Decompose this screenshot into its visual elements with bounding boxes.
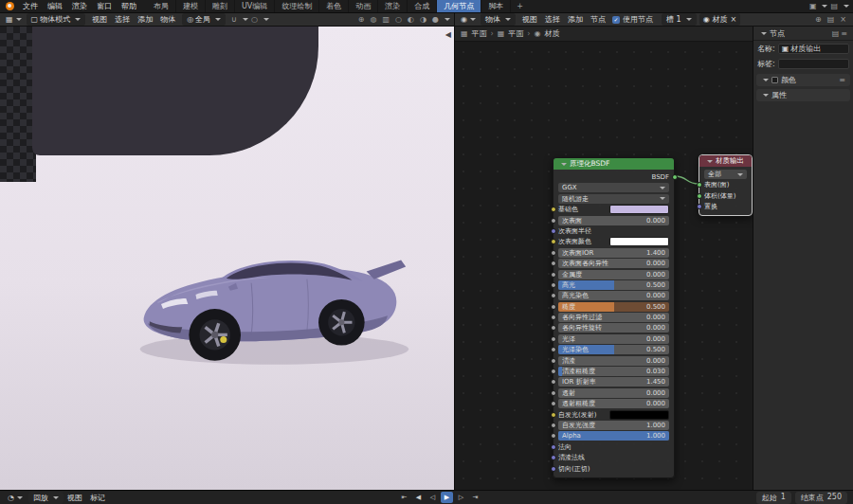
- ior-input-socket[interactable]: [551, 379, 556, 385]
- menubar-item[interactable]: 窗口: [92, 0, 117, 12]
- bsdf-distribution-dropdown[interactable]: GGX: [558, 183, 669, 192]
- use-nodes-checkbox[interactable]: ✓: [612, 16, 620, 24]
- menubar-item[interactable]: 渲染: [67, 0, 92, 12]
- breadcrumb-item[interactable]: 材质: [545, 28, 560, 39]
- bsdf-transmission-roughness-slider[interactable]: 透射粗糙度0.000: [558, 399, 669, 408]
- clearcoat-normal-input-socket[interactable]: [551, 455, 556, 460]
- viewport-3d[interactable]: ◀: [0, 27, 455, 490]
- viewport-menu-item[interactable]: 添加: [134, 14, 156, 25]
- tangent-input-socket[interactable]: [551, 466, 556, 472]
- bsdf-subsurface-method-dropdown[interactable]: 随机游走: [558, 194, 669, 204]
- bsdf-transmission-slider[interactable]: 透射0.000: [558, 388, 669, 398]
- specular-tint-input-socket[interactable]: [551, 293, 556, 298]
- color-presets-icon[interactable]: ≡: [838, 76, 846, 84]
- bsdf-emission-strength-slider[interactable]: 自发光强度1.000: [558, 421, 669, 430]
- subsurface-input-socket[interactable]: [551, 218, 556, 224]
- surface-input-socket[interactable]: [697, 182, 702, 188]
- bsdf-specular-slider[interactable]: 高光0.500: [558, 280, 669, 290]
- sheen-tint-input-socket[interactable]: [551, 347, 556, 352]
- workspace-tab[interactable]: 脚本: [481, 0, 511, 12]
- scene-icon[interactable]: ▣: [807, 2, 820, 10]
- bsdf-anisotropic-rotation-slider[interactable]: 各向异性旋转0.000: [558, 323, 669, 333]
- timeline-menu-item[interactable]: 视图: [64, 493, 86, 503]
- bsdf-roughness-slider[interactable]: 糙度0.500: [558, 302, 669, 312]
- shader-menu-item[interactable]: 选择: [541, 14, 564, 25]
- workspace-tab[interactable]: 建模: [176, 0, 206, 12]
- anisotropic-rotation-input-socket[interactable]: [551, 325, 556, 331]
- emission-input-socket[interactable]: [551, 412, 556, 418]
- metallic-input-socket[interactable]: [551, 272, 556, 278]
- shader-menu-item[interactable]: 节点: [587, 14, 609, 25]
- displacement-input-socket[interactable]: [697, 204, 702, 209]
- bsdf-clearcoat-roughness-slider[interactable]: 清漆粗糙度0.030: [558, 367, 669, 376]
- prev-keyframe-button[interactable]: ◀: [412, 492, 425, 503]
- frame-start-field[interactable]: 起始1: [756, 492, 791, 504]
- menubar-item[interactable]: 帮助: [117, 0, 141, 12]
- menu-icon[interactable]: ≡: [840, 29, 848, 38]
- output-target-dropdown[interactable]: 全部: [704, 170, 747, 179]
- workspace-tab[interactable]: 几何节点: [437, 0, 481, 12]
- workspace-tab[interactable]: 布局: [147, 0, 176, 12]
- transmission-roughness-input-socket[interactable]: [551, 401, 556, 406]
- bsdf-subsurface-anisotropy-slider[interactable]: 次表面各向异性0.000: [558, 259, 669, 268]
- bsdf-subsurface-slider[interactable]: 次表面0.000: [558, 216, 669, 225]
- subsurface-color-input-socket[interactable]: [551, 239, 556, 244]
- workspace-tab[interactable]: 合成: [408, 0, 437, 12]
- add-workspace-button[interactable]: +: [511, 2, 529, 10]
- shader-menu-item[interactable]: 视图: [518, 14, 541, 25]
- bsdf-alpha-slider[interactable]: Alpha1.000: [558, 431, 669, 441]
- alpha-input-socket[interactable]: [551, 433, 556, 439]
- node-name-field[interactable]: ▣材质输出: [778, 44, 849, 54]
- volume-input-socket[interactable]: [697, 193, 702, 199]
- shading-wireframe-icon[interactable]: ○: [392, 15, 405, 24]
- viewport-menu-item[interactable]: 选择: [111, 14, 134, 25]
- shading-rendered-icon[interactable]: ●: [429, 15, 442, 24]
- menubar-item[interactable]: 编辑: [43, 0, 67, 12]
- anisotropic-input-socket[interactable]: [551, 315, 556, 320]
- unlink-icon[interactable]: ×: [731, 15, 737, 24]
- workspace-tab[interactable]: 着色: [319, 0, 349, 12]
- jump-to-start-button[interactable]: ⇤: [398, 492, 410, 503]
- xray-icon[interactable]: ▥: [380, 15, 393, 24]
- play-reverse-button[interactable]: ◁: [426, 492, 439, 503]
- sheen-input-socket[interactable]: [551, 336, 556, 342]
- node-label-field[interactable]: [778, 59, 849, 69]
- workspace-tab[interactable]: 渲染: [378, 0, 408, 12]
- principled-bsdf-node[interactable]: 原理化BSDF BSDF GGX随机游走基础色次表面0.000次表面半径次表面颜…: [553, 157, 675, 478]
- snap-magnet-icon[interactable]: ∪: [228, 15, 240, 24]
- mode-dropdown[interactable]: ▢物体模式: [27, 13, 86, 26]
- playback-dropdown[interactable]: 回放: [28, 492, 64, 504]
- transmission-input-socket[interactable]: [551, 390, 556, 396]
- play-button[interactable]: ▶: [441, 492, 453, 503]
- pin-icon[interactable]: ⊕: [812, 15, 825, 24]
- output-node-header[interactable]: 材质输出: [699, 155, 752, 167]
- bsdf-output-socket[interactable]: [672, 174, 678, 180]
- bsdf-emission-swatch[interactable]: [609, 410, 669, 420]
- attributes-section-header[interactable]: 属性: [756, 89, 850, 101]
- section-expand-icon[interactable]: [763, 79, 769, 81]
- workspace-tab[interactable]: 动画: [349, 0, 378, 12]
- sidebar-panel-header[interactable]: 节点 ▤≡: [753, 27, 853, 41]
- roughness-input-socket[interactable]: [551, 304, 556, 310]
- shading-solid-icon[interactable]: ◐: [405, 15, 417, 24]
- specular-input-socket[interactable]: [551, 282, 556, 288]
- region-collapse-icon[interactable]: ◀: [445, 30, 451, 39]
- car-model[interactable]: [128, 227, 426, 381]
- collapse-node-icon[interactable]: [707, 160, 713, 163]
- material-slot-dropdown[interactable]: 槽 1: [662, 13, 697, 26]
- clearcoat-roughness-input-socket[interactable]: [551, 369, 556, 374]
- bsdf-base-color-swatch[interactable]: [609, 205, 669, 214]
- timeline-editor-type-button[interactable]: ◔: [6, 494, 25, 502]
- menubar-item[interactable]: 文件: [18, 0, 43, 12]
- next-keyframe-button[interactable]: ▷: [455, 492, 467, 503]
- viewport-menu-item[interactable]: 视图: [88, 14, 111, 25]
- base-color-input-socket[interactable]: [551, 207, 556, 212]
- bsdf-metallic-slider[interactable]: 金属度0.000: [558, 270, 669, 279]
- proportional-edit-icon[interactable]: ○: [248, 15, 261, 24]
- bsdf-anisotropic-slider[interactable]: 各向异性过滤0.000: [558, 313, 669, 322]
- breadcrumb-item[interactable]: 平面: [508, 28, 523, 39]
- material-datablock-field[interactable]: ◉材质×: [699, 13, 741, 26]
- shading-material-icon[interactable]: ◑: [417, 15, 429, 24]
- shader-menu-item[interactable]: 添加: [564, 14, 587, 25]
- close-icon[interactable]: ×: [837, 15, 849, 24]
